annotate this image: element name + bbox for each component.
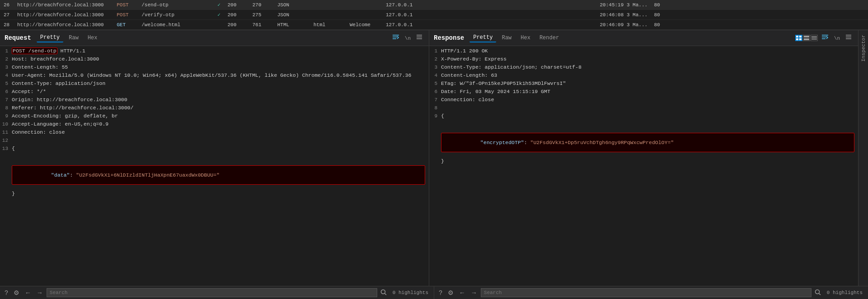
wrap-icon-response[interactable] [820, 33, 830, 43]
tab-pretty-response[interactable]: Pretty [470, 33, 496, 42]
help-button-right[interactable]: ? [437, 289, 444, 297]
code-line-14: "data": "U2FsdGVkX1+6NlDIzldINTljHaXpnE6… [0, 154, 429, 191]
row-ip: 127.0.0.1 [384, 2, 598, 8]
table-row-26[interactable]: 26 http://breachforce.local:3000 POST /s… [0, 0, 868, 10]
forward-button-left[interactable]: → [35, 289, 45, 297]
svg-point-21 [381, 290, 385, 294]
row-time: 20:46:09 3 Ma... [598, 22, 652, 28]
row-ip: 127.0.0.1 [384, 12, 598, 18]
resp-line-7: 7 Connection: close [429, 97, 858, 105]
row-id: 26 [2, 2, 15, 8]
row-type: JSON [275, 12, 312, 18]
row-id: 28 [2, 22, 15, 28]
grid-icon-2[interactable] [803, 35, 810, 41]
back-icon-right: ← [459, 289, 465, 296]
response-code-area[interactable]: 1 HTTP/1.1 200 OK 2 X-Powered-By: Expres… [429, 46, 858, 286]
tab-raw-request[interactable]: Raw [65, 34, 82, 42]
code-line-1: 1 POST /send-otp HTTP/1.1 [0, 48, 429, 56]
svg-rect-9 [799, 38, 802, 40]
svg-rect-11 [804, 38, 809, 40]
resp-line-1: 1 HTTP/1.1 200 OK [429, 48, 858, 56]
gear-icon-right: ⚙ [448, 289, 454, 296]
svg-rect-13 [811, 37, 817, 38]
inspector-label[interactable]: Inspector [861, 32, 866, 64]
row-port: 80 [652, 2, 866, 8]
help-button-left[interactable]: ? [3, 289, 10, 297]
request-table: 26 http://breachforce.local:3000 POST /s… [0, 0, 868, 30]
tab-raw-response[interactable]: Raw [498, 34, 515, 42]
menu-icon-request[interactable] [414, 33, 424, 42]
back-button-left[interactable]: ← [23, 289, 33, 297]
request-panel: Request Pretty Raw Hex \n [0, 30, 429, 286]
request-header: Request Pretty Raw Hex \n [0, 30, 429, 46]
resp-line-5: 5 ETag: W/"3f-OPn15keJP0P5Ik1h53MDlFwvrs… [429, 80, 858, 89]
menu-icon-response[interactable] [844, 33, 854, 42]
row-status: 200 [226, 12, 251, 18]
inspector-sidebar[interactable]: Inspector [858, 30, 868, 286]
row-url: http://breachforce.local:3000 [15, 22, 115, 28]
wrap-icon-request[interactable] [390, 33, 401, 43]
search-input-right[interactable] [481, 288, 811, 297]
code-line-12: 12 [0, 137, 429, 145]
forward-button-right[interactable]: → [469, 289, 479, 297]
row-path: /welcome.html [140, 22, 212, 28]
svg-rect-16 [822, 37, 826, 37]
request-code-area[interactable]: 1 POST /send-otp HTTP/1.1 2 Host: breach… [0, 46, 429, 286]
tab-pretty-request[interactable]: Pretty [37, 33, 63, 42]
newline-icon-request[interactable]: \n [403, 33, 413, 42]
svg-rect-0 [393, 35, 399, 36]
row-url: http://breachforce.local:3000 [15, 12, 115, 18]
view-icons [795, 35, 818, 41]
grid-icon-3[interactable] [811, 35, 818, 41]
search-button-right[interactable] [813, 289, 822, 297]
resp-line-8: 8 [429, 105, 858, 113]
settings-button-right[interactable]: ⚙ [446, 289, 455, 297]
svg-rect-5 [417, 38, 422, 39]
response-title: Response [434, 34, 464, 42]
svg-rect-3 [417, 35, 422, 36]
bottom-bar-left: ? ⚙ ← → 0 highlights [0, 286, 434, 299]
tab-render-response[interactable]: Render [536, 34, 563, 42]
svg-rect-2 [393, 38, 396, 39]
code-line-9: 9 Accept-Encoding: gzip, deflate, br [0, 113, 429, 121]
svg-rect-10 [804, 36, 809, 37]
svg-rect-15 [822, 35, 828, 36]
back-icon-left: ← [25, 289, 31, 296]
response-panel: Response Pretty Raw Hex Render [429, 30, 858, 286]
code-line-3: 3 Content-Length: 55 [0, 64, 429, 72]
svg-rect-17 [822, 38, 825, 39]
code-line-13: 13 { [0, 145, 429, 154]
grid-icon-1[interactable] [795, 35, 802, 41]
highlights-count-left: 0 highlights [390, 290, 431, 295]
svg-rect-4 [417, 37, 422, 37]
svg-rect-18 [846, 35, 851, 36]
code-line-15: } [0, 191, 429, 199]
tab-hex-request[interactable]: Hex [84, 34, 101, 42]
row-subtype: html [312, 22, 348, 28]
request-title: Request [5, 34, 31, 42]
back-button-right[interactable]: ← [457, 289, 467, 297]
row-size: 275 [251, 12, 275, 18]
row-path: /verify-otp [140, 12, 212, 18]
svg-rect-1 [393, 37, 397, 37]
code-line-11: 11 Connection: close [0, 129, 429, 137]
svg-rect-14 [811, 39, 817, 40]
row-status: 200 [226, 22, 251, 28]
resp-line-6: 6 Date: Fri, 03 May 2024 15:15:19 GMT [429, 89, 858, 97]
newline-icon-response[interactable]: \n [832, 33, 842, 42]
code-line-4: 4 User-Agent: Mozilla/5.0 (Windows NT 10… [0, 72, 429, 80]
table-row-27[interactable]: 27 http://breachforce.local:3000 POST /v… [0, 10, 868, 20]
search-button-left[interactable] [379, 289, 388, 297]
resp-line-10: "encryptedOTP": "U2FsdGVkX1+Dp5ruVchDTgh… [429, 121, 858, 158]
tab-hex-response[interactable]: Hex [517, 34, 534, 42]
svg-rect-8 [796, 38, 798, 40]
search-input-left[interactable] [47, 288, 377, 297]
row-time: 20:46:08 3 Ma... [598, 12, 652, 18]
row-id: 27 [2, 12, 15, 18]
row-size: 270 [251, 2, 275, 8]
row-path: /send-otp [140, 2, 212, 8]
table-row-28[interactable]: 28 http://breachforce.local:3000 GET /we… [0, 20, 868, 30]
row-check: ✓ [212, 2, 226, 8]
row-port: 80 [652, 22, 866, 28]
settings-button-left[interactable]: ⚙ [12, 289, 21, 297]
